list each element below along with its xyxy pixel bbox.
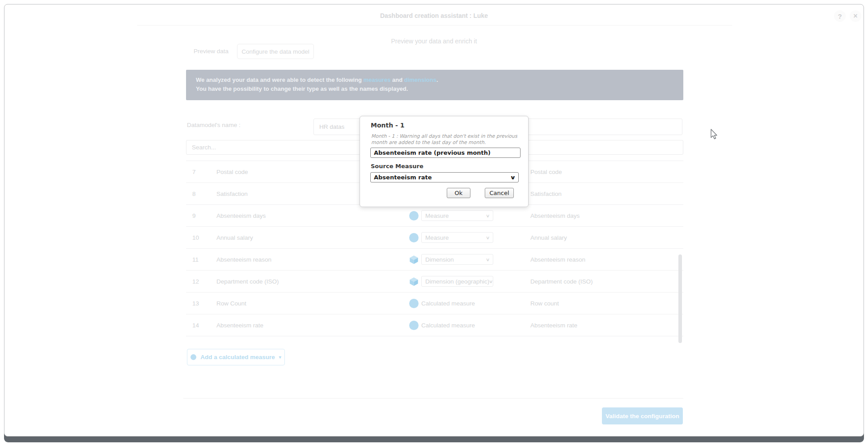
field-name: Department code (ISO) [216, 271, 279, 292]
banner-text: . [436, 76, 438, 83]
type-label: Calculated measure [421, 300, 475, 307]
banner-line2: You have the possibility to change their… [196, 85, 673, 93]
caret-down-icon: ▾ [279, 355, 281, 360]
validate-configuration-button[interactable]: Validate the configuration [602, 407, 683, 424]
measure-icon [409, 321, 419, 330]
chevron-down-icon: ∨ [489, 279, 493, 284]
measure-circle-icon [191, 354, 196, 360]
mouse-cursor [708, 128, 719, 140]
field-name: Satisfaction [216, 183, 248, 204]
field-type-cell: Measure∨ [409, 227, 493, 248]
banner-text: We analyzed your data and were able to d… [196, 76, 364, 83]
type-dropdown[interactable]: Measure∨ [421, 232, 493, 243]
table-scrollbar-thumb[interactable] [678, 254, 682, 343]
type-dropdown[interactable]: Measure∨ [421, 210, 493, 221]
page-subtitle: Preview your data and enrich it [4, 38, 864, 45]
month-minus-1-dialog: Month - 1 Month - 1 : Warning all days t… [360, 116, 529, 207]
dialog-title: Month - 1 [371, 122, 404, 129]
row-number: 11 [192, 249, 206, 270]
field-type-cell: Dimension∨ [409, 249, 493, 270]
type-dropdown[interactable]: Dimension∨ [421, 254, 493, 265]
type-label: Measure [425, 234, 449, 241]
ok-button[interactable]: Ok [447, 188, 470, 198]
banner-text: and [390, 76, 404, 83]
add-calculated-measure-button[interactable]: Add a calculated measure ▾ [187, 349, 285, 365]
table-row: 13Row CountCalculated measureRow count [186, 292, 683, 314]
field-name: Absenteeism rate [216, 314, 263, 336]
row-number: 9 [192, 205, 206, 226]
help-icon[interactable]: ? [834, 10, 846, 22]
type-dropdown[interactable]: Dimension (geographic)∨ [421, 276, 493, 287]
display-name-input[interactable]: Row count [530, 292, 559, 314]
source-measure-value: Absenteeism rate [374, 174, 432, 181]
link-measures[interactable]: measures [364, 76, 391, 83]
page-title: Dashboard creation assistant : Luke [4, 12, 864, 19]
display-name-input[interactable]: Absenteeism rate [530, 314, 577, 336]
cancel-button[interactable]: Cancel [485, 188, 514, 198]
chevron-down-icon: ∨ [486, 235, 490, 240]
type-label: Dimension (geographic) [425, 278, 489, 285]
banner-line1: We analyzed your data and were able to d… [196, 76, 673, 85]
field-type-cell: Calculated measure [409, 292, 475, 314]
source-measure-select[interactable]: Absenteeism rate ∨ [370, 172, 519, 182]
type-label: Calculated measure [421, 322, 475, 329]
display-name-input[interactable]: Postal code [530, 161, 562, 182]
display-name-input[interactable]: Annual salary [530, 227, 567, 248]
row-number: 10 [192, 227, 206, 248]
measure-icon [409, 211, 419, 220]
header-divider [137, 25, 732, 25]
table-row: 14Absenteeism rateCalculated measureAbse… [186, 314, 683, 336]
table-row: 11Absenteeism reasonDimension∨Absenteeis… [186, 249, 683, 271]
measure-name-input[interactable] [370, 148, 521, 158]
chevron-down-icon: ∨ [486, 213, 490, 218]
row-number: 14 [192, 314, 206, 336]
field-name: Absenteeism days [216, 205, 266, 226]
chevron-down-icon: ∨ [486, 257, 490, 262]
field-name: Absenteeism reason [216, 249, 271, 270]
tab-preview-data[interactable]: Preview data [194, 48, 229, 55]
display-name-input[interactable]: Satisfaction [530, 183, 562, 204]
table-row: 9Absenteeism daysMeasure∨Absenteeism day… [186, 205, 683, 227]
chevron-down-icon: ∨ [510, 174, 516, 181]
dialog-warning-text: Month - 1 : Warning all days that don't … [371, 133, 521, 146]
footer-divider [183, 398, 683, 398]
table-row: 10Annual salaryMeasure∨Annual salary [186, 227, 683, 249]
field-name: Postal code [216, 161, 248, 182]
dashboard-assistant-window: Dashboard creation assistant : Luke ? × … [4, 4, 864, 437]
datamodel-name-label: Datamodel's name : [187, 122, 241, 128]
display-name-input[interactable]: Department code (ISO) [530, 271, 593, 292]
measure-icon [409, 299, 419, 308]
field-type-cell: Measure∨ [409, 205, 493, 226]
field-name: Annual salary [216, 227, 253, 248]
link-dimensions[interactable]: dimensions [404, 76, 436, 83]
measure-icon [409, 233, 419, 242]
row-number: 7 [192, 161, 206, 182]
dimension-icon [409, 277, 419, 286]
type-label: Measure [425, 212, 449, 219]
row-number: 13 [192, 292, 206, 314]
tab-configure-data-model[interactable]: Configure the data model [237, 44, 314, 59]
row-number: 8 [192, 183, 206, 204]
field-type-cell: Calculated measure [409, 314, 475, 336]
type-label: Dimension [425, 256, 454, 263]
table-row: 12Department code (ISO)Dimension (geogra… [186, 271, 683, 292]
add-calculated-measure-label: Add a calculated measure [200, 354, 275, 360]
close-icon[interactable]: × [850, 10, 861, 22]
row-number: 12 [192, 271, 206, 292]
source-measure-label: Source Measure [371, 163, 423, 170]
field-name: Row Count [216, 292, 246, 314]
display-name-input[interactable]: Absenteeism days [530, 205, 580, 226]
display-name-input[interactable]: Absenteeism reason [530, 249, 585, 270]
info-banner: We analyzed your data and were able to d… [186, 70, 683, 100]
dimension-icon [409, 255, 419, 264]
field-type-cell: Dimension (geographic)∨ [409, 271, 493, 292]
